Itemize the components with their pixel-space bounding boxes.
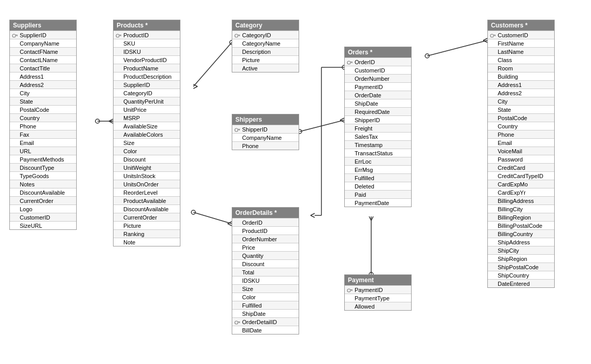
field-name: Color [242,294,256,300]
svg-point-10 [191,210,195,214]
field-name: ProductDescription [123,74,172,80]
table-row: CategoryID [232,31,299,39]
field-name: Freight [355,125,372,132]
table-row: ErrMsg [345,165,411,173]
field-name: Phone [242,143,259,149]
svg-line-3 [109,121,113,123]
table-row: PaymentType [345,294,411,302]
table-row: CategoryName [232,39,299,47]
table-row: CurrentOrder [10,196,76,205]
field-name: ShipCity [498,247,519,254]
field-name: OrderDate [355,92,381,98]
field-name: ProductAvailable [123,198,166,204]
svg-line-9 [193,212,232,224]
svg-rect-32 [16,35,18,36]
table-row: Freight [345,124,411,132]
svg-point-46 [235,321,238,324]
table-header-customers: Customers * [488,20,554,31]
svg-rect-33 [17,35,18,36]
table-row: UnitPrice [114,105,180,113]
table-row: BillDate [232,326,299,334]
field-name: ShipAddress [498,239,530,245]
field-name: VoiceMail [498,148,522,154]
table-row: ProductName [114,64,180,72]
field-name: Address2 [20,82,44,88]
field-name: UnitsInStock [123,173,156,179]
field-name: Fax [20,132,29,138]
svg-line-16 [340,120,344,122]
field-name: Notes [20,181,35,187]
table-row: Fulfilled [232,301,299,309]
svg-line-26 [483,40,487,42]
table-row: Address2 [10,80,76,89]
table-row: OrderID [345,57,411,66]
field-name: SKU [123,40,135,47]
table-row: OrderDetailID [232,317,299,326]
field-name: Address2 [498,90,522,96]
svg-rect-36 [120,35,121,36]
table-row: PaymentMethods [10,155,76,163]
table-row: ContactFName [10,47,76,55]
table-row: AvailableSize [114,122,180,130]
table-row: BillingPostalCode [488,221,554,229]
key-icon [12,32,18,38]
field-name: Picture [242,57,260,63]
table-row: SKU [114,39,180,47]
table-row: UnitsInStock [114,171,180,180]
field-name: UnitsOnOrder [123,181,159,187]
svg-line-15 [340,118,344,120]
field-name: ContactFName [20,49,58,55]
field-name: CreditCard [498,165,525,171]
table-row: Country [10,113,76,122]
field-name: SupplierID [123,82,150,88]
field-name: PostalCode [20,107,49,113]
table-payment: Payment PaymentIDPaymentTypeAllowed [344,274,412,311]
table-row: Color [232,293,299,301]
table-header-suppliers: Suppliers [10,20,76,31]
table-products: Products * ProductIDSKUIDSKUVendorProduc… [113,20,180,246]
svg-point-40 [235,128,238,132]
table-row: SizeURL [10,221,76,229]
table-row: Picture [114,221,180,229]
field-name: Class [498,57,512,63]
field-name: IDSKU [123,49,141,55]
field-name: ShipDate [355,100,378,107]
table-row: Password [488,155,554,163]
table-row: BillingCity [488,205,554,213]
field-name: BillingPostalCode [498,223,542,229]
field-name: SizeURL [20,223,42,229]
field-name: ShipDate [242,311,265,317]
field-name: Note [123,239,135,245]
table-row: Discount [114,155,180,163]
table-row: MSRP [114,113,180,122]
svg-line-11 [228,222,232,224]
table-row: Size [232,284,299,293]
field-name: ContactTitle [20,65,50,71]
field-name: Allowed [355,303,375,310]
svg-rect-39 [239,35,240,36]
key-icon [234,32,241,38]
field-name: ReorderLevel [123,190,158,196]
svg-line-21 [311,213,315,215]
table-row: IDSKU [232,276,299,284]
field-name: BillingRegion [498,214,531,221]
field-name: Ranking [123,231,144,237]
field-name: CompanyName [20,40,59,47]
table-header-category: Category [232,20,299,31]
table-row: DiscountType [10,163,76,171]
svg-rect-53 [494,35,496,36]
table-row: Email [488,138,554,147]
field-name: CreditCardTypeID [498,173,543,179]
field-name: Phone [20,123,36,129]
table-row: ProductAvailable [114,196,180,205]
field-name: Address1 [20,74,44,80]
table-row: Fax [10,130,76,138]
svg-rect-42 [239,129,240,130]
svg-rect-45 [351,62,353,63]
field-name: PaymentID [355,287,383,293]
table-row: ShipAddress [488,238,554,246]
table-row: OrderNumber [232,235,299,243]
table-header-orderdetails: OrderDetails * [232,208,299,218]
field-name: Size [242,286,253,292]
field-name: OrderNumber [242,236,277,242]
